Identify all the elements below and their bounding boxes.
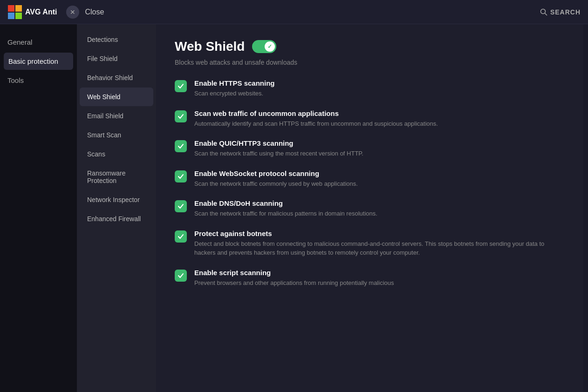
setting-https-scanning: Enable HTTPS scanning Scan encrypted web… bbox=[175, 79, 565, 98]
logo-area: AVG Anti bbox=[7, 5, 57, 20]
check-icon bbox=[178, 113, 184, 120]
checkbox-dns-doh[interactable] bbox=[175, 200, 187, 212]
setting-title-web-traffic-uncommon: Scan web traffic of uncommon application… bbox=[194, 109, 565, 117]
sidebar-item-tools[interactable]: Tools bbox=[0, 71, 77, 90]
title-bar: AVG Anti ✕ Close SEARCH bbox=[0, 0, 588, 24]
checkbox-https-scanning[interactable] bbox=[175, 80, 187, 92]
sidebar-item-behavior-shield[interactable]: Behavior Shield bbox=[80, 68, 153, 87]
setting-websocket: Enable WebSocket protocol scanning Scan … bbox=[175, 169, 565, 189]
page-subtitle: Blocks web attacks and unsafe downloads bbox=[175, 59, 565, 66]
svg-rect-3 bbox=[15, 13, 22, 19]
setting-desc-botnets: Detect and block botnets from connecting… bbox=[194, 239, 565, 257]
title-bar-title: Close bbox=[85, 8, 104, 16]
logo-text: AVG Anti bbox=[25, 8, 57, 16]
setting-title-botnets: Protect against botnets bbox=[194, 230, 565, 237]
sidebar-middle: Detections File Shield Behavior Shield W… bbox=[77, 24, 156, 392]
page-header: Web Shield ✓ bbox=[175, 39, 565, 54]
setting-dns-doh: Enable DNS/DoH scanning Scan the network… bbox=[175, 199, 565, 218]
setting-content-quic-http3: Enable QUIC/HTTP3 scanning Scan the netw… bbox=[194, 139, 565, 158]
close-button[interactable]: ✕ bbox=[66, 6, 79, 19]
setting-script-scanning: Enable script scanning Prevent browsers … bbox=[175, 269, 565, 288]
search-icon bbox=[540, 8, 547, 16]
setting-botnets: Protect against botnets Detect and block… bbox=[175, 230, 565, 257]
check-icon bbox=[178, 233, 184, 240]
setting-content-websocket: Enable WebSocket protocol scanning Scan … bbox=[194, 169, 565, 189]
check-icon bbox=[178, 272, 184, 279]
checkbox-websocket[interactable] bbox=[175, 170, 187, 182]
toggle-track: ✓ bbox=[252, 40, 276, 53]
check-icon bbox=[178, 173, 184, 180]
setting-title-dns-doh: Enable DNS/DoH scanning bbox=[194, 199, 565, 207]
toggle-thumb: ✓ bbox=[265, 41, 275, 52]
setting-desc-https-scanning: Scan encrypted websites. bbox=[194, 89, 565, 98]
setting-content-dns-doh: Enable DNS/DoH scanning Scan the network… bbox=[194, 199, 565, 218]
sidebar-left: General Basic protection Tools bbox=[0, 24, 77, 392]
setting-content-script-scanning: Enable script scanning Prevent browsers … bbox=[194, 269, 565, 288]
search-label: SEARCH bbox=[550, 8, 581, 16]
setting-desc-script-scanning: Prevent browsers and other applications … bbox=[194, 278, 565, 288]
setting-web-traffic-uncommon: Scan web traffic of uncommon application… bbox=[175, 109, 565, 128]
sidebar-item-smart-scan[interactable]: Smart Scan bbox=[80, 126, 153, 144]
setting-quic-http3: Enable QUIC/HTTP3 scanning Scan the netw… bbox=[175, 139, 565, 158]
checkbox-web-traffic-uncommon[interactable] bbox=[175, 110, 187, 122]
sidebar-item-file-shield[interactable]: File Shield bbox=[80, 49, 153, 68]
sidebar-item-web-shield[interactable]: Web Shield bbox=[80, 88, 153, 106]
check-icon bbox=[178, 83, 184, 89]
sidebar-item-general[interactable]: General bbox=[0, 33, 77, 52]
toggle-check-icon: ✓ bbox=[267, 43, 272, 50]
sidebar-item-network-inspector[interactable]: Network Inspector bbox=[80, 190, 153, 209]
setting-content-web-traffic-uncommon: Scan web traffic of uncommon application… bbox=[194, 109, 565, 128]
svg-rect-0 bbox=[8, 5, 14, 12]
setting-desc-websocket: Scan the network traffic commonly used b… bbox=[194, 179, 565, 189]
svg-rect-1 bbox=[15, 5, 22, 12]
setting-title-https-scanning: Enable HTTPS scanning bbox=[194, 79, 565, 87]
setting-content-botnets: Protect against botnets Detect and block… bbox=[194, 230, 565, 257]
web-shield-toggle[interactable]: ✓ bbox=[252, 40, 276, 53]
setting-title-websocket: Enable WebSocket protocol scanning bbox=[194, 169, 565, 177]
checkbox-quic-http3[interactable] bbox=[175, 140, 187, 152]
svg-point-4 bbox=[540, 9, 545, 14]
checkbox-script-scanning[interactable] bbox=[175, 270, 187, 282]
search-button[interactable]: SEARCH bbox=[540, 8, 581, 16]
sidebar-item-basic-protection[interactable]: Basic protection bbox=[4, 53, 73, 70]
svg-line-5 bbox=[545, 13, 547, 15]
content-area: Web Shield ✓ Blocks web attacks and unsa… bbox=[156, 24, 583, 392]
sidebar-item-ransomware-protection[interactable]: Ransomware Protection bbox=[80, 164, 153, 190]
checkbox-botnets[interactable] bbox=[175, 230, 187, 243]
avg-logo-icon bbox=[7, 5, 22, 20]
svg-rect-2 bbox=[8, 13, 14, 19]
setting-desc-quic-http3: Scan the network traffic using the most … bbox=[194, 149, 565, 158]
sidebar-item-scans[interactable]: Scans bbox=[80, 145, 153, 163]
setting-content-https-scanning: Enable HTTPS scanning Scan encrypted web… bbox=[194, 79, 565, 98]
sidebar-item-enhanced-firewall[interactable]: Enhanced Firewall bbox=[80, 210, 153, 228]
setting-title-quic-http3: Enable QUIC/HTTP3 scanning bbox=[194, 139, 565, 147]
page-title: Web Shield bbox=[175, 39, 245, 54]
sidebar-item-detections[interactable]: Detections bbox=[80, 30, 153, 49]
scrollbar[interactable] bbox=[583, 24, 588, 392]
sidebar-item-email-shield[interactable]: Email Shield bbox=[80, 107, 153, 125]
main-layout: General Basic protection Tools Detection… bbox=[0, 24, 588, 392]
check-icon bbox=[178, 143, 184, 149]
setting-desc-dns-doh: Scan the network traffic for malicious p… bbox=[194, 209, 565, 218]
setting-desc-web-traffic-uncommon: Automatically identify and scan HTTPS tr… bbox=[194, 119, 565, 128]
check-icon bbox=[178, 203, 184, 210]
setting-title-script-scanning: Enable script scanning bbox=[194, 269, 565, 277]
